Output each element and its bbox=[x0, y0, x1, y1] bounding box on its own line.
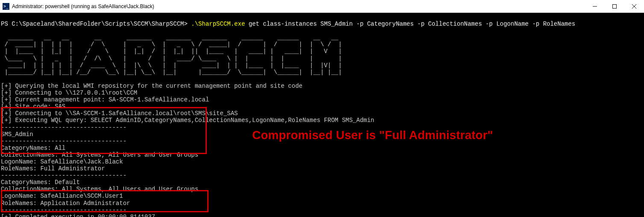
command-exe: .\SharpSCCM.exe bbox=[191, 21, 245, 27]
svg-rect-1 bbox=[613, 4, 617, 8]
record2-roles: Application Administrator bbox=[40, 200, 130, 207]
section-header: SMS_Admin bbox=[1, 131, 33, 138]
window-title: Administrator: powershell (running as Sa… bbox=[12, 3, 154, 9]
prompt-path: PS C:\Spaceland\SharedFolder\Scripts\SCC… bbox=[1, 21, 191, 27]
separator-line: ----------------------------------- bbox=[1, 207, 126, 214]
ascii-banner: _______ __ __ __ _______ _______ _______… bbox=[1, 34, 346, 75]
record1-collection: All Systems, All Users and User Groups bbox=[62, 152, 198, 158]
annotation-text: Compromised User is "Full Administrator" bbox=[252, 128, 493, 142]
log-line: [+] Connecting to \\SA-SCCM-1.SafeAllian… bbox=[1, 110, 238, 117]
window-titlebar: >_ Administrator: powershell (running as… bbox=[0, 0, 644, 13]
window-controls bbox=[585, 0, 644, 12]
record1-category: All bbox=[55, 145, 65, 152]
separator-line: ----------------------------------- bbox=[1, 172, 126, 179]
log-line: [+] Site code: SAS bbox=[1, 103, 65, 110]
record2-logon: SafeAlliance\SCCM.User1 bbox=[40, 193, 123, 199]
command-args: get class-instances SMS_Admin -p Categor… bbox=[245, 21, 575, 27]
record2-category: Default bbox=[55, 179, 80, 186]
log-line: [+] Querying the local WMI repository fo… bbox=[1, 83, 303, 89]
close-button[interactable] bbox=[624, 0, 644, 12]
record2-collection: All Systems, All Users and User Groups bbox=[62, 186, 198, 193]
separator-line: ----------------------------------- bbox=[1, 124, 126, 131]
maximize-button[interactable] bbox=[605, 0, 624, 12]
record1-logon: SafeAlliance\Jack.Black bbox=[40, 158, 123, 165]
log-line: [+] Connecting to \\127.0.0.1\root\CCM bbox=[1, 89, 137, 96]
log-line: [+] Executing WQL query: SELECT AdminID,… bbox=[1, 117, 374, 124]
terminal-area[interactable]: PS C:\Spaceland\SharedFolder\Scripts\SCC… bbox=[0, 13, 644, 217]
record1-roles: Full Administrator bbox=[40, 165, 105, 172]
minimize-button[interactable] bbox=[585, 0, 605, 12]
separator-line: ----------------------------------- bbox=[1, 138, 126, 145]
powershell-icon: >_ bbox=[3, 3, 9, 10]
completed-line: [+] Completed execution in 00:00:00.8141… bbox=[1, 214, 155, 217]
log-line: [+] Current management point: SA-SCCM-1.… bbox=[1, 96, 209, 103]
